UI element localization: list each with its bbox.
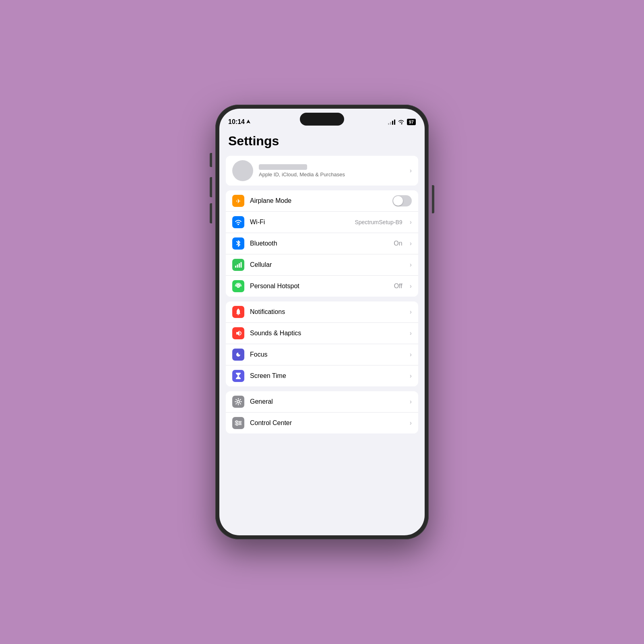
power-button[interactable]: [432, 185, 434, 213]
hotspot-svg-icon: [235, 283, 242, 290]
svg-point-6: [238, 286, 239, 287]
screentime-label: Screen Time: [250, 372, 404, 380]
apple-id-name-blur: [259, 164, 307, 170]
bluetooth-icon: [232, 237, 244, 250]
wifi-row[interactable]: Wi-Fi SpectrumSetup-B9 ›: [226, 211, 418, 233]
cellular-label: Cellular: [250, 261, 404, 268]
cellular-bars-icon: [235, 262, 242, 268]
wifi-label: Wi-Fi: [250, 219, 349, 226]
svg-rect-10: [236, 378, 241, 379]
hotspot-label: Personal Hotspot: [250, 283, 388, 290]
silent-button[interactable]: [210, 153, 212, 167]
bluetooth-chevron: ›: [410, 240, 412, 247]
hotspot-icon: [232, 280, 244, 292]
sounds-row[interactable]: Sounds & Haptics ›: [226, 322, 418, 344]
svg-rect-2: [237, 264, 238, 268]
battery-icon: 97: [407, 119, 416, 125]
focus-label: Focus: [250, 351, 404, 358]
bluetooth-value: On: [394, 240, 402, 247]
bt-icon: [236, 240, 241, 247]
svg-point-7: [238, 309, 239, 310]
screentime-row[interactable]: Screen Time ›: [226, 365, 418, 386]
cellular-row[interactable]: Cellular ›: [226, 254, 418, 275]
hotspot-value: Off: [394, 283, 402, 290]
controlcenter-label: Control Center: [250, 419, 404, 427]
sounds-chevron: ›: [410, 330, 412, 337]
hotspot-row[interactable]: Personal Hotspot Off ›: [226, 275, 418, 297]
apple-id-info: Apple ID, iCloud, Media & Purchases: [259, 164, 404, 178]
svg-point-0: [237, 224, 239, 225]
svg-point-11: [237, 400, 239, 403]
sound-icon: [235, 330, 242, 336]
status-icons: 97: [388, 119, 416, 125]
gear-icon: [235, 398, 242, 405]
wifi-value: SpectrumSetup-B9: [355, 219, 402, 225]
notifications-chevron: ›: [410, 308, 412, 316]
signal-icon: [388, 119, 395, 125]
cellular-icon: [232, 259, 244, 271]
wifi-chevron: ›: [410, 219, 412, 226]
sliders-icon: [235, 419, 242, 427]
controlcenter-row[interactable]: Control Center ›: [226, 412, 418, 433]
svg-rect-9: [236, 373, 241, 374]
screentime-chevron: ›: [410, 372, 412, 380]
svg-rect-4: [241, 262, 242, 268]
time-label: 10:14: [228, 118, 245, 126]
airplane-mode-row[interactable]: ✈ Airplane Mode: [226, 190, 418, 211]
sounds-icon: [232, 327, 244, 339]
location-icon: [246, 120, 250, 124]
bluetooth-row[interactable]: Bluetooth On ›: [226, 233, 418, 254]
phone-frame: 10:14: [215, 105, 429, 539]
notifications-label: Notifications: [250, 308, 404, 316]
hotspot-chevron: ›: [410, 283, 412, 290]
page-title: Settings: [219, 130, 425, 156]
controlcenter-chevron: ›: [410, 419, 412, 427]
apple-id-chevron: ›: [410, 167, 412, 174]
status-bar: 10:14: [219, 109, 425, 130]
wifi-row-icon: [232, 216, 244, 228]
dynamic-island: [300, 113, 344, 126]
cellular-chevron: ›: [410, 261, 412, 268]
notifications-row[interactable]: Notifications ›: [226, 301, 418, 322]
general-row[interactable]: General ›: [226, 391, 418, 412]
connectivity-section: ✈ Airplane Mode Wi-Fi SpectrumSetup-B9 ›: [226, 190, 418, 297]
bluetooth-label: Bluetooth: [250, 240, 388, 247]
focus-row[interactable]: Focus ›: [226, 344, 418, 365]
phone-screen: 10:14: [219, 109, 425, 535]
focus-icon: [232, 349, 244, 361]
volume-up-button[interactable]: [210, 177, 212, 197]
notifications-icon: [232, 306, 244, 318]
wifi-icon: [235, 219, 242, 225]
airplane-icon: ✈: [232, 195, 244, 207]
airplane-label: Airplane Mode: [250, 197, 387, 204]
sounds-label: Sounds & Haptics: [250, 330, 404, 337]
general-section: General ›: [226, 391, 418, 433]
apple-id-subtitle: Apple ID, iCloud, Media & Purchases: [259, 171, 404, 178]
focus-chevron: ›: [410, 351, 412, 358]
hourglass-icon: [235, 372, 241, 380]
wifi-status-icon: [398, 120, 405, 125]
avatar: [232, 160, 253, 181]
general-chevron: ›: [410, 398, 412, 405]
moon-icon: [235, 351, 242, 358]
bell-icon: [235, 308, 242, 316]
volume-down-button[interactable]: [210, 203, 212, 223]
airplane-toggle[interactable]: [392, 195, 412, 206]
svg-marker-8: [236, 330, 239, 336]
svg-rect-1: [235, 266, 236, 268]
battery-label: 97: [407, 119, 416, 125]
svg-rect-3: [239, 263, 240, 268]
apple-id-row[interactable]: Apple ID, iCloud, Media & Purchases ›: [226, 156, 418, 186]
notifications-section: Notifications › Sounds & Haptics ›: [226, 301, 418, 386]
general-label: General: [250, 398, 404, 405]
status-time: 10:14: [228, 118, 250, 126]
screentime-icon: [232, 370, 244, 382]
apple-id-section: Apple ID, iCloud, Media & Purchases ›: [226, 156, 418, 186]
controlcenter-icon: [232, 417, 244, 429]
general-icon: [232, 396, 244, 408]
